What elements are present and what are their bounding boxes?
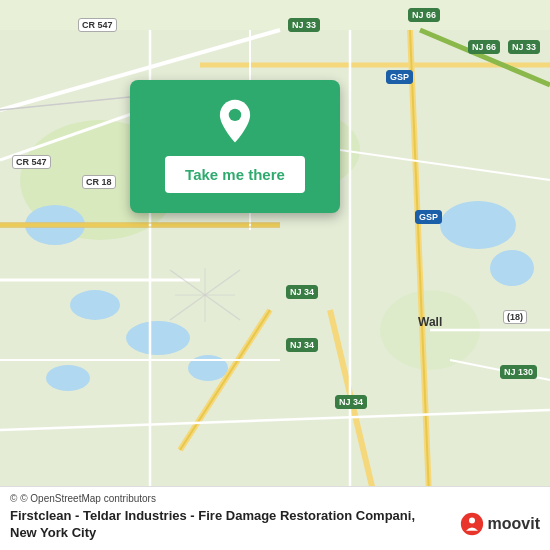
road-label-cr547-tl: CR 547 — [78, 18, 117, 32]
svg-point-13 — [70, 290, 120, 320]
road-label-nj33: NJ 33 — [288, 18, 320, 32]
svg-point-14 — [126, 321, 190, 355]
road-label-gsp-t: GSP — [386, 70, 413, 84]
moovit-brand-icon — [460, 512, 484, 536]
road-label-nj34-b1: NJ 34 — [286, 338, 318, 352]
bottom-bar: © © OpenStreetMap contributors Firstclea… — [0, 486, 550, 550]
svg-point-15 — [188, 355, 228, 381]
moovit-text: moovit — [488, 515, 540, 533]
location-title: Firstclean - Teldar Industries - Fire Da… — [10, 508, 430, 542]
road-label-nj34-center: NJ 34 — [286, 285, 318, 299]
road-label-nj130: NJ 130 — [500, 365, 537, 379]
svg-point-46 — [229, 109, 241, 121]
svg-point-16 — [46, 365, 90, 391]
moovit-logo: moovit — [460, 512, 540, 536]
svg-point-48 — [469, 518, 475, 524]
svg-point-18 — [490, 250, 534, 286]
road-label-cr547-bl: CR 547 — [12, 155, 51, 169]
road-label-gsp-m: GSP — [415, 210, 442, 224]
location-pin-icon — [211, 98, 259, 146]
road-label-nj33-r: NJ 33 — [508, 40, 540, 54]
wall-label: Wall — [418, 315, 442, 329]
take-me-there-button[interactable]: Take me there — [165, 156, 305, 193]
osm-credit: © © OpenStreetMap contributors — [10, 493, 540, 504]
road-label-cr18: CR 18 — [82, 175, 116, 189]
navigation-card: Take me there — [130, 80, 340, 213]
map-container: CR 547 CR 547 NJ 33 NJ 66 NJ 66 NJ 33 GS… — [0, 0, 550, 550]
svg-point-47 — [460, 513, 482, 535]
road-label-nj66-t: NJ 66 — [408, 8, 440, 22]
road-label-18: (18) — [503, 310, 527, 324]
svg-point-17 — [440, 201, 516, 249]
road-label-nj66-r: NJ 66 — [468, 40, 500, 54]
road-label-nj34-b2: NJ 34 — [335, 395, 367, 409]
